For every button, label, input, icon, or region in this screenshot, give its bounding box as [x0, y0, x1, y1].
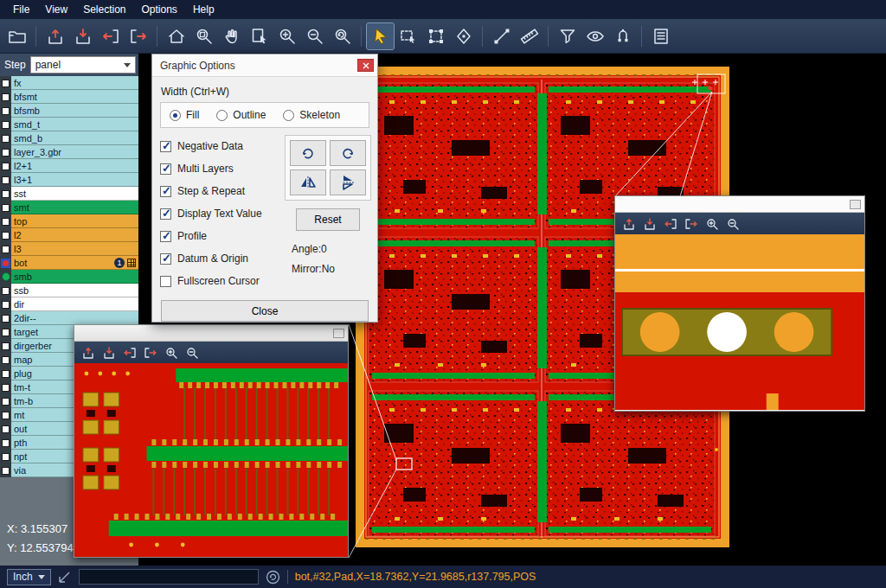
menu-item-selection[interactable]: Selection [75, 2, 133, 17]
command-input[interactable] [79, 569, 259, 585]
layer-name[interactable]: bfsmt [11, 90, 138, 104]
checkbox-negative-data[interactable]: Negative Data [160, 135, 286, 157]
layer-visibility-checkbox[interactable] [2, 80, 10, 87]
close-button[interactable]: Close [161, 300, 369, 322]
layer-visibility-checkbox[interactable] [2, 301, 10, 309]
open-file-button[interactable] [3, 23, 30, 49]
import-up-button[interactable] [42, 23, 68, 49]
layer-name[interactable]: top [11, 214, 138, 228]
layer-row-bfsmb[interactable]: bfsmb [0, 104, 138, 118]
layer-name[interactable]: l3+1 [11, 173, 138, 187]
layer-row-2dir[interactable]: 2dir-- [0, 311, 138, 325]
layer-name[interactable]: layer_3.gbr [11, 145, 138, 159]
layer-row-l3-1[interactable]: l3+1 [0, 173, 138, 187]
mirror-vertical-button[interactable] [330, 169, 366, 195]
magnifier-titlebar[interactable] [615, 196, 864, 213]
layer-row-fx[interactable]: fx [0, 76, 138, 90]
layer-visibility-checkbox[interactable] [2, 467, 10, 475]
layer-name[interactable]: smd_b [11, 131, 138, 145]
layer-visibility-checkbox[interactable] [2, 453, 10, 461]
checkbox-fullscreen-cursor[interactable]: Fullscreen Cursor [160, 270, 286, 292]
radio-skeleton[interactable]: Skeleton [283, 109, 340, 121]
menu-item-view[interactable]: View [37, 2, 75, 17]
refresh-circle-icon[interactable] [266, 570, 280, 585]
rotate-cw-button[interactable] [290, 140, 326, 166]
import-up-button[interactable] [620, 215, 638, 233]
layer-name[interactable]: l2+1 [11, 159, 138, 173]
layer-name[interactable]: bfsmb [11, 104, 138, 118]
radio-fill[interactable]: Fill [170, 109, 199, 121]
checkbox-profile[interactable]: Profile [160, 225, 286, 247]
dialog-close-icon[interactable] [357, 59, 374, 72]
layer-visibility-checkbox[interactable] [2, 439, 10, 447]
layer-visibility-checkbox[interactable] [2, 107, 10, 115]
layer-row-l2-1[interactable]: l2+1 [0, 159, 138, 173]
layer-visibility-checkbox[interactable] [2, 232, 10, 240]
layer-visibility-checkbox[interactable] [2, 204, 10, 212]
reset-button[interactable]: Reset [296, 208, 360, 231]
layer-row-smd-t[interactable]: smd_t [0, 118, 138, 131]
layer-visibility-checkbox[interactable] [2, 149, 10, 157]
line-tool-button[interactable] [488, 23, 515, 49]
layer-visibility-checkbox[interactable] [2, 135, 10, 143]
layer-visibility-checkbox[interactable] [2, 398, 10, 406]
home-view-button[interactable] [163, 23, 189, 49]
layer-row-top[interactable]: top [0, 214, 138, 228]
layer-name[interactable]: fx [11, 76, 138, 90]
magnifier-view[interactable] [615, 234, 864, 410]
eye-visibility-button[interactable] [581, 23, 608, 49]
import-right-button[interactable] [682, 215, 700, 233]
step-select[interactable]: panel [30, 56, 136, 74]
window-control-button[interactable] [850, 200, 861, 209]
import-left-button[interactable] [661, 215, 679, 233]
zoom-out-button[interactable] [723, 215, 742, 233]
layer-row-bot[interactable]: bot1 [0, 256, 138, 270]
layer-name[interactable]: dir [11, 297, 138, 311]
rotate-ccw-button[interactable] [330, 140, 366, 166]
net-highlight-button[interactable] [609, 23, 636, 49]
dialog-titlebar[interactable]: Graphic Options [152, 54, 377, 77]
checkbox-display-text-value[interactable]: Display Text Value [160, 202, 286, 225]
import-down-button[interactable] [100, 344, 118, 361]
layer-visibility-checkbox[interactable] [2, 425, 10, 433]
layer-visibility-checkbox[interactable] [2, 315, 10, 323]
sheet-select-button[interactable] [246, 23, 273, 49]
layer-row-bfsmt[interactable]: bfsmt [0, 90, 138, 104]
import-left-button[interactable] [97, 23, 124, 49]
layer-visibility-checkbox[interactable] [2, 176, 10, 184]
import-left-button[interactable] [120, 344, 138, 361]
zoom-window-button[interactable] [190, 23, 217, 49]
report-list-button[interactable] [647, 23, 674, 49]
layer-row-l2[interactable]: l2 [0, 228, 138, 242]
import-down-button[interactable] [640, 215, 658, 233]
layer-name[interactable]: l3 [11, 242, 138, 256]
layer-name[interactable]: 2dir-- [11, 311, 138, 325]
import-right-button[interactable] [125, 23, 151, 49]
measure-diamond-button[interactable] [450, 23, 477, 49]
layer-name[interactable]: ssb [11, 284, 138, 297]
layer-visibility-checkbox[interactable] [2, 190, 10, 198]
layer-visibility-checkbox[interactable] [2, 93, 10, 101]
radio-outline[interactable]: Outline [216, 109, 266, 121]
zoom-in-button[interactable] [703, 215, 721, 233]
window-control-button[interactable] [333, 329, 344, 338]
checkbox-datum-origin[interactable]: Datum & Origin [160, 247, 286, 270]
layer-name[interactable]: smd_t [11, 118, 138, 131]
layer-name[interactable]: l2 [11, 228, 138, 242]
unit-select[interactable]: Inch [7, 569, 51, 585]
layer-visibility-checkbox[interactable] [2, 218, 10, 226]
layer-row-smd-b[interactable]: smd_b [0, 131, 138, 145]
pan-hand-button[interactable] [218, 23, 245, 49]
layer-visibility-checkbox[interactable] [2, 121, 10, 129]
layer-visibility-checkbox[interactable] [2, 370, 10, 378]
pointer-select-button[interactable] [367, 23, 394, 49]
layer-name[interactable]: sst [11, 187, 138, 201]
layer-name[interactable]: smt [11, 201, 138, 214]
zoom-in-button[interactable] [162, 344, 180, 361]
zoom-in-button[interactable] [273, 23, 300, 49]
menu-item-file[interactable]: File [5, 2, 37, 17]
layer-name[interactable]: smb [11, 270, 138, 284]
layer-row-ssb[interactable]: ssb [0, 284, 138, 297]
zoom-out-button[interactable] [301, 23, 328, 49]
magnifier-view[interactable] [74, 363, 348, 557]
